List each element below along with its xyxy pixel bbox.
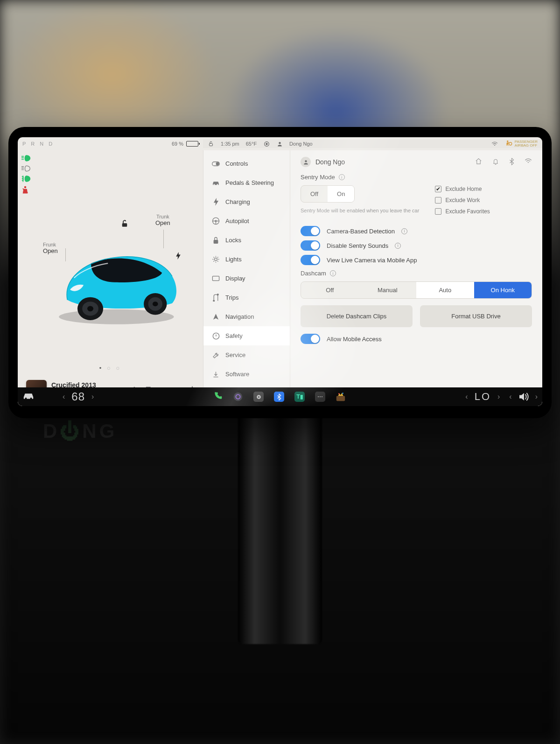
temp-up-icon[interactable]: › bbox=[91, 393, 94, 401]
format-usb-button[interactable]: Format USB Drive bbox=[420, 305, 532, 327]
dashcam-off-button[interactable]: Off bbox=[301, 282, 359, 298]
info-icon[interactable]: i bbox=[330, 270, 336, 276]
settings-pane: Controls Pedals & Steering Charging Auto… bbox=[203, 150, 542, 406]
allow-mobile-toggle[interactable] bbox=[301, 334, 320, 344]
svg-point-20 bbox=[216, 162, 219, 165]
vol-down-icon[interactable]: ‹ bbox=[509, 393, 511, 401]
alert-icon bbox=[212, 332, 220, 340]
svg-point-26 bbox=[215, 258, 217, 261]
page-indicator[interactable]: • ○ ○ bbox=[18, 365, 203, 372]
gear-indicator: P R N D bbox=[22, 141, 54, 147]
wifi-icon[interactable] bbox=[525, 158, 532, 167]
nav-trips[interactable]: Trips bbox=[203, 288, 290, 307]
dashcam-mode-selector[interactable]: Off Manual Auto On Honk bbox=[301, 281, 532, 299]
nav-service[interactable]: Service bbox=[203, 345, 290, 365]
dashcam-label: Dashcam bbox=[301, 270, 326, 277]
nav-display[interactable]: Display bbox=[203, 269, 290, 288]
nav-autopilot[interactable]: Autopilot bbox=[203, 211, 290, 231]
wrench-icon bbox=[212, 351, 220, 359]
nav-software[interactable]: Software bbox=[203, 365, 290, 384]
bluetooth-icon[interactable] bbox=[509, 158, 514, 167]
info-icon[interactable]: i bbox=[395, 243, 401, 249]
lock-icon bbox=[212, 236, 220, 244]
svg-rect-25 bbox=[214, 239, 218, 243]
steering-icon bbox=[212, 217, 220, 225]
camera-app-icon[interactable] bbox=[233, 392, 243, 402]
outside-temp: 65°F bbox=[246, 141, 257, 147]
passenger-temp-control[interactable]: ‹ LO › bbox=[465, 391, 500, 403]
car-app-icon[interactable] bbox=[22, 392, 35, 401]
low-beam-icon bbox=[21, 155, 31, 161]
sentry-indicator-icon[interactable] bbox=[263, 140, 270, 147]
bottom-dock: ‹ 68 › T▮ ⋯ ‹ LO › ‹ bbox=[18, 387, 542, 406]
bolt-icon bbox=[212, 198, 220, 206]
svg-point-40 bbox=[343, 393, 344, 394]
lock-icon[interactable] bbox=[208, 140, 214, 147]
car-render[interactable] bbox=[50, 239, 186, 327]
svg-point-11 bbox=[87, 306, 93, 312]
driver-temp: 68 bbox=[71, 390, 85, 403]
dashcam-manual-button[interactable]: Manual bbox=[359, 282, 417, 298]
temp-down-icon[interactable]: ‹ bbox=[63, 393, 65, 401]
volume-control[interactable]: ‹ › bbox=[509, 393, 538, 401]
energy-app-icon[interactable]: T▮ bbox=[294, 392, 305, 402]
phone-app-icon[interactable] bbox=[213, 391, 223, 402]
camera-detection-toggle[interactable] bbox=[301, 226, 320, 236]
info-icon[interactable]: i bbox=[339, 174, 345, 180]
disable-sounds-toggle[interactable] bbox=[301, 240, 320, 251]
profile-icon[interactable] bbox=[276, 140, 283, 147]
profile-name[interactable]: Dong Ngo bbox=[289, 141, 313, 147]
svg-point-14 bbox=[153, 302, 158, 306]
trunk-status[interactable]: TrunkOpen bbox=[155, 214, 170, 226]
svg-point-37 bbox=[258, 396, 259, 397]
download-icon bbox=[212, 370, 220, 378]
delete-clips-button[interactable]: Delete Dashcam Clips bbox=[301, 305, 413, 327]
sentry-mode-toggle[interactable]: Off On bbox=[301, 185, 355, 203]
dashcam-auto-button[interactable]: Auto bbox=[416, 282, 474, 298]
passenger-temp: LO bbox=[475, 391, 491, 403]
volume-icon[interactable] bbox=[518, 393, 529, 401]
nav-controls[interactable]: Controls bbox=[203, 154, 290, 173]
svg-point-34 bbox=[234, 393, 242, 401]
nav-navigation[interactable]: Navigation bbox=[203, 307, 290, 326]
info-icon[interactable]: i bbox=[401, 228, 407, 234]
exclude-favorites-checkbox[interactable]: Exclude Favorites bbox=[435, 208, 490, 215]
dashcam-honk-button[interactable]: On Honk bbox=[474, 282, 532, 298]
settings-nav: Controls Pedals & Steering Charging Auto… bbox=[203, 150, 290, 406]
sentry-off-button[interactable]: Off bbox=[301, 186, 328, 202]
nav-lights[interactable]: Lights bbox=[203, 250, 290, 269]
dashcam-app-icon[interactable] bbox=[253, 392, 264, 402]
svg-point-22 bbox=[217, 184, 218, 185]
tablet-bezel: P R N D 69 % 1:35 pm 65°F D bbox=[8, 127, 552, 418]
bell-icon[interactable] bbox=[492, 158, 499, 167]
svg-point-2 bbox=[266, 143, 267, 144]
nav-charging[interactable]: Charging bbox=[203, 192, 290, 211]
bluetooth-app-icon[interactable] bbox=[274, 392, 284, 402]
temp-up-icon[interactable]: › bbox=[497, 393, 500, 401]
exclude-home-checkbox[interactable]: ✔Exclude Home bbox=[435, 186, 490, 192]
svg-point-28 bbox=[213, 300, 215, 302]
nav-pedals[interactable]: Pedals & Steering bbox=[203, 173, 290, 192]
live-camera-toggle[interactable] bbox=[301, 255, 320, 265]
toybox-app-icon[interactable] bbox=[336, 392, 346, 402]
battery-indicator[interactable]: 69 % bbox=[172, 141, 198, 147]
vol-up-icon[interactable]: › bbox=[535, 393, 538, 401]
svg-point-32 bbox=[25, 398, 27, 400]
car-visualization-pane: FrunkOpen TrunkOpen bbox=[18, 150, 203, 406]
telltale-stack bbox=[21, 155, 31, 194]
unlock-icon[interactable] bbox=[120, 219, 129, 230]
driver-temp-control[interactable]: ‹ 68 › bbox=[63, 390, 94, 403]
wifi-icon[interactable] bbox=[491, 140, 498, 147]
sun-icon bbox=[212, 255, 220, 263]
nav-locks[interactable]: Locks bbox=[203, 231, 290, 250]
exclude-work-checkbox[interactable]: Exclude Work bbox=[435, 197, 490, 204]
temp-down-icon[interactable]: ‹ bbox=[465, 393, 468, 401]
sentry-on-button[interactable]: On bbox=[328, 186, 354, 202]
nav-safety[interactable]: Safety bbox=[203, 326, 290, 345]
car-icon bbox=[212, 179, 220, 187]
seatbelt-warning-icon bbox=[21, 186, 29, 194]
all-apps-icon[interactable]: ⋯ bbox=[315, 392, 325, 402]
avatar-icon[interactable] bbox=[301, 157, 311, 167]
homelink-icon[interactable] bbox=[475, 158, 482, 167]
camera-detection-label: Camera-Based Detection bbox=[327, 228, 395, 235]
